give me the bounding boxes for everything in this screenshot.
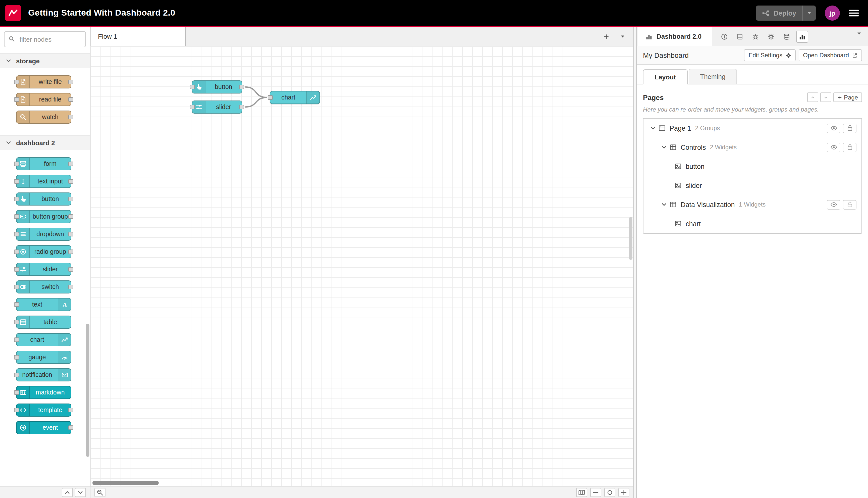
- collapse-all-button[interactable]: [62, 488, 73, 497]
- output-port[interactable]: [68, 425, 74, 430]
- vertical-scrollbar[interactable]: [629, 217, 632, 260]
- visibility-toggle-button[interactable]: [827, 200, 840, 209]
- node-dropdown[interactable]: dropdown: [16, 228, 71, 241]
- sidebar-tab-dashboard[interactable]: Dashboard 2.0: [637, 27, 712, 46]
- node-gauge[interactable]: gauge: [16, 351, 71, 364]
- input-port[interactable]: [14, 161, 19, 166]
- flow-list-button[interactable]: [620, 34, 625, 39]
- output-port[interactable]: [239, 85, 244, 89]
- horizontal-scrollbar[interactable]: [92, 481, 159, 485]
- node-markdown[interactable]: markdown: [16, 386, 71, 399]
- expand-collapse-button[interactable]: [650, 124, 658, 132]
- edit-settings-button[interactable]: Edit Settings: [744, 49, 796, 61]
- input-port[interactable]: [14, 197, 19, 201]
- lock-toggle-button[interactable]: [843, 200, 856, 209]
- sidebar-splitter[interactable]: [633, 27, 637, 498]
- navigator-toggle-button[interactable]: [576, 488, 587, 497]
- palette-category-header-dashboard-2[interactable]: dashboard 2: [0, 135, 90, 150]
- output-port[interactable]: [68, 408, 74, 412]
- node-button[interactable]: button: [192, 80, 242, 93]
- node-switch[interactable]: switch: [16, 280, 71, 293]
- input-port[interactable]: [14, 249, 19, 254]
- input-port[interactable]: [14, 390, 19, 395]
- node-radio-group[interactable]: radio group: [16, 245, 71, 258]
- dashboard-sidebar-tab[interactable]: [796, 30, 808, 42]
- node-write-file[interactable]: write file: [16, 75, 71, 89]
- search-flows-button[interactable]: [94, 488, 106, 497]
- deploy-button-main[interactable]: Deploy: [756, 9, 802, 17]
- expand-all-button[interactable]: [75, 488, 86, 497]
- input-port[interactable]: [14, 97, 19, 102]
- input-port[interactable]: [14, 320, 19, 324]
- node-read-file[interactable]: read file: [16, 93, 71, 106]
- input-port[interactable]: [14, 302, 19, 307]
- output-port[interactable]: [68, 179, 74, 184]
- node-chart[interactable]: chart: [270, 91, 320, 104]
- input-port[interactable]: [14, 408, 19, 412]
- tree-row-controls[interactable]: Controls2 Widgets: [643, 138, 862, 157]
- tree-row-slider[interactable]: slider: [643, 176, 862, 195]
- node-text[interactable]: Atext: [16, 298, 71, 311]
- main-menu-button[interactable]: [849, 9, 859, 17]
- deploy-options-button[interactable]: [802, 5, 816, 21]
- tab-theming[interactable]: Theming: [689, 69, 737, 84]
- zoom-in-button[interactable]: [618, 488, 629, 497]
- output-port[interactable]: [68, 97, 74, 102]
- move-page-down-button[interactable]: [820, 92, 831, 102]
- input-port[interactable]: [14, 267, 19, 272]
- node-event[interactable]: event: [16, 421, 71, 434]
- output-port[interactable]: [239, 105, 244, 109]
- expand-collapse-button[interactable]: [660, 201, 670, 208]
- lock-toggle-button[interactable]: [843, 123, 856, 133]
- output-port[interactable]: [68, 115, 74, 119]
- palette-category-header-storage[interactable]: storage: [0, 53, 90, 68]
- visibility-toggle-button[interactable]: [827, 123, 840, 133]
- output-port[interactable]: [68, 267, 74, 272]
- tree-row-page-1[interactable]: Page 12 Groups: [643, 119, 862, 138]
- flow-tab[interactable]: Flow 1: [90, 27, 186, 46]
- input-port[interactable]: [14, 285, 19, 289]
- tree-row-data-visualization[interactable]: Data Visualization1 Widgets: [643, 195, 862, 214]
- debug-sidebar-tab[interactable]: [749, 30, 762, 42]
- input-port[interactable]: [14, 338, 19, 342]
- add-flow-button[interactable]: [603, 33, 610, 40]
- input-port[interactable]: [14, 179, 19, 184]
- palette-scrollbar[interactable]: [86, 324, 90, 457]
- tree-row-button[interactable]: button: [643, 157, 862, 176]
- node-button-group[interactable]: button group: [16, 210, 71, 223]
- input-port[interactable]: [190, 105, 195, 109]
- visibility-toggle-button[interactable]: [827, 143, 840, 152]
- input-port[interactable]: [14, 80, 19, 84]
- node-template[interactable]: template: [16, 404, 71, 417]
- node-watch[interactable]: watch: [16, 110, 71, 123]
- open-dashboard-button[interactable]: Open Dashboard: [798, 49, 862, 61]
- node-notification[interactable]: notification: [16, 368, 71, 381]
- expand-collapse-button[interactable]: [660, 144, 670, 151]
- input-port[interactable]: [14, 372, 19, 377]
- input-port[interactable]: [190, 85, 195, 89]
- deploy-button[interactable]: Deploy: [756, 5, 816, 21]
- output-port[interactable]: [68, 232, 74, 236]
- node-form[interactable]: form: [16, 157, 71, 170]
- tree-row-chart[interactable]: chart: [643, 214, 862, 233]
- node-chart[interactable]: chart: [16, 333, 71, 346]
- info-sidebar-tab[interactable]: [718, 30, 730, 42]
- node-slider[interactable]: slider: [192, 101, 242, 114]
- input-port[interactable]: [14, 232, 19, 236]
- lock-toggle-button[interactable]: [843, 143, 856, 152]
- input-port[interactable]: [268, 95, 273, 100]
- flow-canvas[interactable]: buttonsliderchart: [90, 46, 633, 486]
- context-data-sidebar-tab[interactable]: [780, 30, 793, 42]
- input-port[interactable]: [14, 355, 19, 359]
- zoom-out-button[interactable]: [590, 488, 601, 497]
- input-port[interactable]: [14, 214, 19, 219]
- add-page-button[interactable]: Page: [833, 92, 862, 102]
- output-port[interactable]: [68, 197, 74, 201]
- zoom-reset-button[interactable]: [604, 488, 615, 497]
- filter-nodes-input[interactable]: [4, 31, 86, 47]
- node-text-input[interactable]: text input: [16, 175, 71, 188]
- output-port[interactable]: [68, 80, 74, 84]
- config-nodes-sidebar-tab[interactable]: [765, 30, 777, 42]
- output-port[interactable]: [68, 285, 74, 289]
- node-table[interactable]: table: [16, 316, 71, 329]
